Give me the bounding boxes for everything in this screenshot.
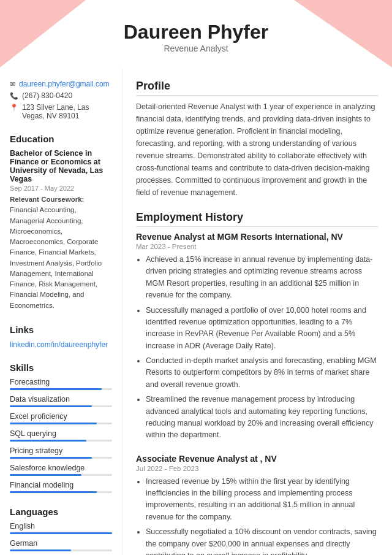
email-contact: ✉ daureen.phyfer@gmail.com	[10, 80, 112, 88]
bullet-item: Successfully managed a portfolio of over…	[146, 305, 379, 353]
job-item: Associate Revenue Analyst at , NV Jul 20…	[136, 454, 379, 555]
skills-title: Skills	[10, 362, 112, 373]
job-period: Jul 2022 - Feb 2023	[136, 465, 379, 472]
language-bar-bg	[10, 549, 112, 551]
language-item: English	[10, 522, 112, 534]
skill-bar-fill	[10, 440, 86, 442]
skill-name: SQL querying	[10, 429, 112, 438]
email-icon: ✉	[10, 80, 15, 88]
employment-section: Employment History Revenue Analyst at MG…	[136, 211, 379, 555]
job-title: Associate Revenue Analyst at , NV	[136, 454, 379, 464]
skill-bar-fill	[10, 474, 81, 476]
bullet-item: Conducted in-depth market analysis and f…	[146, 355, 379, 391]
main-layout: ✉ daureen.phyfer@gmail.com 📞 (267) 830-0…	[0, 67, 392, 555]
header-decoration-left	[0, 0, 86, 67]
job-bullets: Increased revenue by 15% within the firs…	[136, 476, 379, 555]
candidate-name: Daureen Phyfer	[124, 21, 269, 44]
employment-title: Employment History	[136, 211, 379, 227]
bullet-item: Achieved a 15% increase in annual revenu…	[146, 254, 379, 302]
skill-name: Financial modeling	[10, 481, 112, 489]
skill-name: Salesforce knowledge	[10, 464, 112, 472]
job-item: Revenue Analyst at MGM Resorts Internati…	[136, 232, 379, 442]
jobs-list: Revenue Analyst at MGM Resorts Internati…	[136, 232, 379, 555]
address-text: 123 Silver Lane, Las Vegas, NV 89101	[22, 103, 112, 120]
skill-item: Forecasting	[10, 378, 112, 390]
bullet-item: Successfully negotiated a 10% discount o…	[146, 526, 379, 555]
job-bullets: Achieved a 15% increase in annual revenu…	[136, 254, 379, 442]
skill-item: SQL querying	[10, 429, 112, 442]
skill-bar-bg	[10, 440, 112, 442]
skill-bar-bg	[10, 474, 112, 476]
skill-item: Salesforce knowledge	[10, 464, 112, 476]
skill-item: Excel proficiency	[10, 412, 112, 424]
skill-bar-bg	[10, 405, 112, 407]
education-title: Education	[10, 134, 112, 144]
job-title: Revenue Analyst at MGM Resorts Internati…	[136, 232, 379, 242]
skill-name: Data visualization	[10, 395, 112, 404]
skill-bar-fill	[10, 388, 102, 390]
linkedin-link[interactable]: linkedin.com/in/daureenphyfer	[10, 340, 108, 349]
language-name: English	[10, 522, 112, 530]
language-bar-bg	[10, 532, 112, 534]
email-link[interactable]: daureen.phyfer@gmail.com	[19, 80, 110, 88]
address-contact: 📍 123 Silver Lane, Las Vegas, NV 89101	[10, 103, 112, 120]
coursework-label: Relevant Coursework:	[10, 196, 84, 203]
candidate-title: Revenue Analyst	[164, 44, 228, 53]
contact-section: ✉ daureen.phyfer@gmail.com 📞 (267) 830-0…	[10, 80, 112, 120]
phone-text: (267) 830-0420	[22, 91, 72, 100]
links-title: Links	[10, 324, 112, 335]
bullet-item: Increased revenue by 15% within the firs…	[146, 476, 379, 524]
skill-name: Forecasting	[10, 378, 112, 386]
skill-item: Financial modeling	[10, 481, 112, 493]
profile-title: Profile	[136, 80, 379, 96]
skill-bar-bg	[10, 423, 112, 424]
location-icon: 📍	[10, 104, 18, 112]
languages-section: Languages English German	[10, 507, 112, 551]
links-section: Links linkedin.com/in/daureenphyfer	[10, 324, 112, 349]
language-bar-fill	[10, 549, 71, 551]
edu-period: Sep 2017 - May 2022	[10, 185, 112, 192]
skill-bar-bg	[10, 491, 112, 493]
skill-bar-fill	[10, 405, 92, 407]
skill-name: Pricing strategy	[10, 446, 112, 455]
skill-bar-fill	[10, 491, 97, 493]
skill-bar-bg	[10, 457, 112, 459]
skills-list: Forecasting Data visualization Excel pro…	[10, 378, 112, 493]
language-name: German	[10, 539, 112, 548]
edu-degree: Bachelor of Science in Finance or Econom…	[10, 149, 112, 183]
education-section: Education Bachelor of Science in Finance…	[10, 134, 112, 311]
skill-name: Excel proficiency	[10, 412, 112, 421]
profile-text: Detail-oriented Revenue Analyst with 1 y…	[136, 101, 379, 199]
bullet-item: Streamlined the revenue management proce…	[146, 394, 379, 442]
edu-coursework: Relevant Coursework: Financial Accountin…	[10, 194, 112, 311]
resume-header: Daureen Phyfer Revenue Analyst	[0, 0, 392, 67]
language-item: German	[10, 539, 112, 551]
language-bar-fill	[10, 532, 112, 534]
main-content: Profile Detail-oriented Revenue Analyst …	[123, 67, 392, 555]
coursework-text: Financial Accounting, Managerial Account…	[10, 206, 102, 308]
sidebar: ✉ daureen.phyfer@gmail.com 📞 (267) 830-0…	[0, 67, 123, 555]
job-period: Mar 2023 - Present	[136, 243, 379, 250]
profile-section: Profile Detail-oriented Revenue Analyst …	[136, 80, 379, 199]
skill-item: Data visualization	[10, 395, 112, 407]
skill-bar-fill	[10, 457, 92, 459]
skill-bar-bg	[10, 388, 112, 390]
header-decoration-right	[294, 0, 392, 67]
skill-item: Pricing strategy	[10, 446, 112, 459]
languages-list: English German	[10, 522, 112, 551]
skill-bar-fill	[10, 423, 97, 424]
phone-icon: 📞	[10, 92, 18, 100]
languages-title: Languages	[10, 507, 112, 517]
skills-section: Skills Forecasting Data visualization Ex…	[10, 362, 112, 493]
phone-contact: 📞 (267) 830-0420	[10, 91, 112, 100]
